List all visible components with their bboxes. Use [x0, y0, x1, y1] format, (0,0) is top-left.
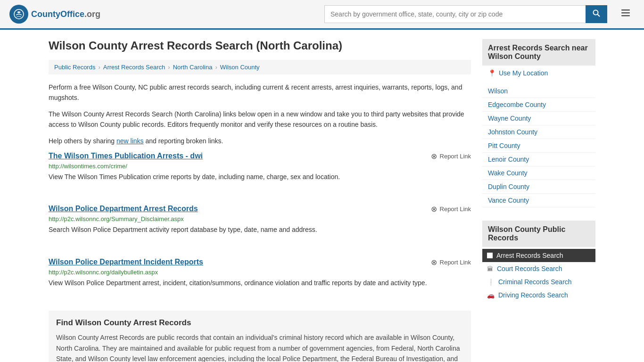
- description-1: Perform a free Wilson County, NC public …: [49, 82, 471, 103]
- nearby-list: Wilson Edgecombe County Wayne County Joh…: [482, 81, 595, 211]
- report-link-btn-2[interactable]: ⊗ Report Link: [431, 258, 471, 267]
- public-record-item-3: 🚗 Driving Records Search: [482, 288, 595, 302]
- new-links-link[interactable]: new links: [116, 137, 144, 145]
- record-desc-2: View Wilson Police Department arrest, in…: [49, 278, 471, 288]
- public-records-section: Wilson County Public Records Arrest Reco…: [482, 221, 595, 304]
- report-icon-2: ⊗: [431, 258, 437, 267]
- record-title-0[interactable]: The Wilson Times Publication Arrests - d…: [49, 152, 203, 160]
- report-link-btn-1[interactable]: ⊗ Report Link: [431, 205, 471, 214]
- record-url-0: http://wilsontimes.com/crime/: [49, 163, 471, 170]
- list-item-4: Pitt County: [482, 139, 595, 153]
- driving-icon: 🚗: [487, 292, 495, 299]
- record-title-2[interactable]: Wilson Police Department Incident Report…: [49, 258, 203, 266]
- public-record-item-0: Arrest Records Search: [482, 249, 595, 262]
- search-bar: [324, 5, 607, 23]
- menu-button[interactable]: [617, 6, 635, 23]
- list-item-7: Duplin County: [482, 180, 595, 194]
- description-2: The Wilson County Arrest Records Search …: [49, 109, 471, 130]
- site-logo[interactable]: CountyOffice.org: [9, 5, 100, 24]
- record-title-1[interactable]: Wilson Police Department Arrest Records: [49, 205, 198, 213]
- nearby-link-4[interactable]: Pitt County: [488, 142, 520, 149]
- use-location-link[interactable]: Use My Location: [499, 69, 548, 77]
- list-item-6: Wake County: [482, 166, 595, 180]
- list-item-8: Vance County: [482, 194, 595, 207]
- criminal-icon: ❕: [487, 279, 495, 286]
- court-icon: 🏛: [487, 265, 493, 272]
- main-container: Wilson County Arrest Records Search (Nor…: [39, 30, 605, 362]
- svg-rect-4: [621, 9, 630, 11]
- public-record-item-1: 🏛 Court Records Search: [482, 262, 595, 275]
- description-3: Help others by sharing new links and rep…: [49, 136, 471, 146]
- site-header: CountyOffice.org: [0, 0, 644, 30]
- list-item-1: Edgecombe County: [482, 98, 595, 112]
- report-icon-1: ⊗: [431, 205, 437, 214]
- svg-point-1: [18, 11, 20, 13]
- list-item-2: Wayne County: [482, 112, 595, 125]
- public-record-link-2[interactable]: Criminal Records Search: [498, 278, 572, 286]
- record-desc-0: View The Wilson Times Publication crime …: [49, 172, 471, 182]
- use-location-row: 📍 Use My Location: [482, 66, 595, 81]
- breadcrumb-public-records[interactable]: Public Records: [54, 64, 95, 71]
- report-icon-0: ⊗: [431, 152, 437, 161]
- main-content: Wilson County Arrest Records Search (Nor…: [49, 39, 471, 362]
- find-section: Find Wilson County Arrest Records Wilson…: [49, 311, 471, 362]
- search-input[interactable]: [324, 5, 586, 23]
- public-records-title: Wilson County Public Records: [482, 221, 595, 247]
- report-link-btn-0[interactable]: ⊗ Report Link: [431, 152, 471, 161]
- list-item-3: Johnston County: [482, 125, 595, 139]
- nearby-link-6[interactable]: Wake County: [488, 169, 528, 177]
- public-record-item-2: ❕ Criminal Records Search: [482, 275, 595, 288]
- nearby-link-8[interactable]: Vance County: [488, 197, 529, 204]
- svg-point-2: [594, 10, 598, 15]
- record-desc-1: Search Wilson Police Department activity…: [49, 224, 471, 235]
- breadcrumb-arrest-records[interactable]: Arrest Records Search: [103, 64, 165, 71]
- svg-rect-6: [621, 15, 630, 16]
- record-item-1: Wilson Police Department Arrest Records …: [49, 205, 471, 246]
- find-section-title: Find Wilson County Arrest Records: [56, 318, 463, 328]
- nearby-link-5[interactable]: Lenoir County: [488, 156, 529, 163]
- public-records-list: Arrest Records Search 🏛 Court Records Se…: [482, 247, 595, 304]
- nearby-link-3[interactable]: Johnston County: [488, 128, 537, 136]
- nearby-section: Arrest Records Search near Wilson County…: [482, 39, 595, 211]
- public-record-link-3[interactable]: Driving Records Search: [498, 291, 568, 299]
- logo-text: CountyOffice.org: [31, 9, 100, 19]
- list-item-0: Wilson: [482, 84, 595, 98]
- search-button[interactable]: [586, 5, 607, 23]
- active-bullet-icon: [487, 253, 493, 258]
- find-section-desc: Wilson County Arrest Records are public …: [56, 332, 463, 362]
- svg-line-3: [598, 15, 600, 17]
- record-url-2: http://p2c.wilsonnc.org/dailybulletin.as…: [49, 269, 471, 276]
- record-item-2: Wilson Police Department Incident Report…: [49, 258, 471, 299]
- breadcrumb: Public Records › Arrest Records Search ›…: [49, 60, 471, 74]
- sidebar: Arrest Records Search near Wilson County…: [482, 39, 595, 362]
- public-record-link-1[interactable]: Court Records Search: [497, 265, 562, 272]
- breadcrumb-north-carolina[interactable]: North Carolina: [173, 64, 213, 71]
- nearby-link-0[interactable]: Wilson: [488, 87, 508, 95]
- nearby-link-2[interactable]: Wayne County: [488, 115, 531, 122]
- page-title: Wilson County Arrest Records Search (Nor…: [49, 39, 471, 52]
- breadcrumb-wilson-county[interactable]: Wilson County: [220, 64, 260, 71]
- nearby-link-1[interactable]: Edgecombe County: [488, 101, 546, 108]
- public-record-link-0[interactable]: Arrest Records Search: [496, 252, 563, 259]
- list-item-5: Lenoir County: [482, 153, 595, 166]
- svg-rect-5: [621, 12, 630, 14]
- logo-icon: [9, 5, 28, 24]
- nearby-title: Arrest Records Search near Wilson County: [482, 39, 595, 66]
- nearby-link-7[interactable]: Duplin County: [488, 183, 529, 190]
- location-icon: 📍: [488, 69, 496, 77]
- record-url-1: http://p2c.wilsonnc.org/Summary_Disclaim…: [49, 215, 471, 222]
- record-item-0: The Wilson Times Publication Arrests - d…: [49, 152, 471, 193]
